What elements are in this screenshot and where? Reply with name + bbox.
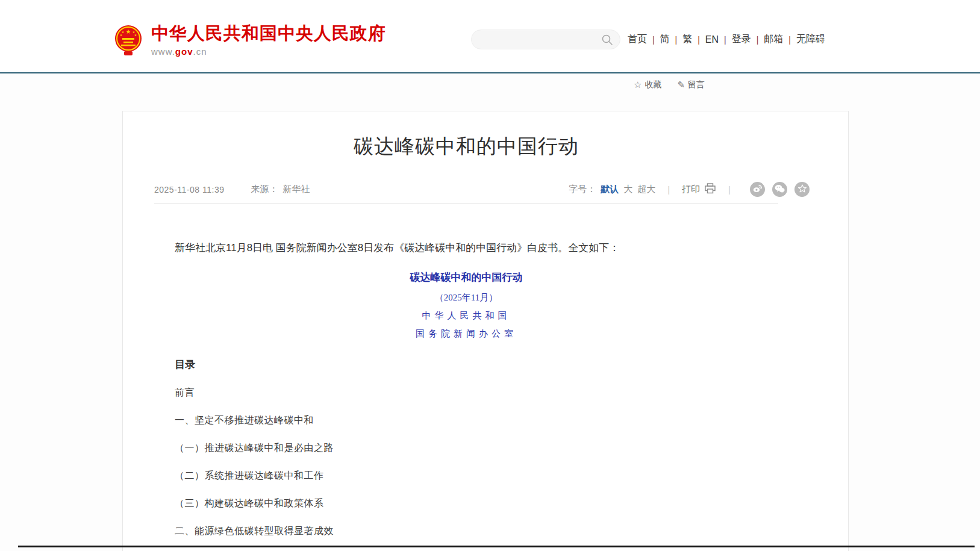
doc-title: 碳达峰碳中和的中国行动	[154, 270, 778, 284]
share-more-button[interactable]	[794, 182, 810, 197]
meta-left: 2025-11-08 11:39 来源： 新华社	[154, 184, 310, 195]
url-cn: .cn	[193, 46, 207, 57]
print-button[interactable]: 打印	[682, 183, 716, 196]
nav-english[interactable]: EN	[705, 34, 719, 45]
article-card: 碳达峰碳中和的中国行动 2025-11-08 11:39 来源： 新华社 字号：…	[122, 111, 849, 551]
share-wechat-button[interactable]	[772, 182, 787, 197]
font-size-xlarge[interactable]: 超大	[637, 184, 655, 195]
nav-accessibility[interactable]: 无障碍	[796, 33, 825, 46]
site-header: ★ ★ ★ ★ ★ 中华人民共和国中央人民政府 www.gov.cn	[0, 0, 980, 72]
source-value[interactable]: 新华社	[282, 184, 310, 195]
search-icon[interactable]	[601, 34, 613, 48]
site-title: 中华人民共和国中央人民政府	[151, 23, 386, 43]
svg-text:★: ★	[120, 33, 123, 37]
nav-separator: |	[698, 35, 700, 45]
separator: |	[728, 184, 731, 195]
url-gov: gov	[175, 46, 193, 57]
bottom-border	[18, 546, 975, 547]
svg-text:★: ★	[126, 28, 131, 35]
quick-links: ☆ 收藏 ✎ 留言	[634, 79, 705, 90]
toc-item: 二、能源绿色低碳转型取得显著成效	[154, 525, 778, 538]
nav-traditional[interactable]: 繁	[682, 33, 692, 46]
article-title: 碳达峰碳中和的中国行动	[154, 133, 778, 160]
site-url[interactable]: www.gov.cn	[151, 46, 386, 57]
nav-simplified[interactable]: 简	[660, 33, 670, 46]
star-share-icon	[797, 184, 807, 195]
share-weibo-button[interactable]	[750, 182, 765, 197]
nav-home[interactable]: 首页	[628, 33, 647, 46]
nav-separator: |	[724, 35, 726, 45]
toc-item: （二）系统推进碳达峰碳中和工作	[154, 470, 778, 482]
nav-separator: |	[788, 35, 791, 45]
nav-mail[interactable]: 邮箱	[764, 33, 783, 46]
favorite-label: 收藏	[644, 79, 661, 90]
meta-right: 字号： 默认 大 超大 | 打印 |	[569, 182, 810, 197]
doc-org-line1: 中华人民共和国	[154, 310, 778, 322]
toc-title: 目录	[154, 358, 778, 372]
toc-item: （三）构建碳达峰碳中和政策体系	[154, 497, 778, 510]
font-size-large[interactable]: 大	[623, 184, 632, 195]
nav-separator: |	[757, 35, 759, 45]
source-label: 来源：	[251, 184, 278, 195]
nav-separator: |	[675, 35, 678, 45]
toc-item: 前言	[154, 387, 778, 399]
brand-text: 中华人民共和国中央人民政府 www.gov.cn	[151, 23, 386, 57]
star-icon: ☆	[634, 79, 641, 90]
printer-icon	[704, 183, 716, 196]
search-input[interactable]	[480, 30, 601, 49]
message-label: 留言	[688, 79, 705, 90]
brand: ★ ★ ★ ★ ★ 中华人民共和国中央人民政府 www.gov.cn	[114, 23, 386, 60]
nav-login[interactable]: 登录	[732, 33, 751, 46]
weibo-icon	[752, 184, 763, 195]
national-emblem-icon: ★ ★ ★ ★ ★	[114, 23, 143, 60]
url-www: www.	[151, 46, 175, 57]
favorite-link[interactable]: ☆ 收藏	[634, 79, 661, 90]
svg-text:★: ★	[134, 33, 137, 37]
separator: |	[667, 184, 670, 195]
page: ★ ★ ★ ★ ★ 中华人民共和国中央人民政府 www.gov.cn	[0, 0, 980, 551]
doc-org-line2: 国务院新闻办公室	[154, 328, 778, 340]
font-size-label: 字号：	[569, 184, 596, 195]
meta-row: 2025-11-08 11:39 来源： 新华社 字号： 默认 大 超大 | 打…	[154, 182, 778, 204]
toc-item: 一、坚定不移推进碳达峰碳中和	[154, 414, 778, 427]
top-nav: 首页 | 简 | 繁 | EN | 登录 | 邮箱 | 无障碍	[628, 33, 825, 46]
doc-date: （2025年11月）	[154, 292, 778, 304]
print-label: 打印	[682, 184, 700, 195]
publish-date: 2025-11-08 11:39	[154, 185, 224, 195]
message-link[interactable]: ✎ 留言	[677, 79, 705, 90]
pencil-icon: ✎	[677, 79, 685, 90]
font-size-default[interactable]: 默认	[601, 184, 619, 195]
lead-paragraph: 新华社北京11月8日电 国务院新闻办公室8日发布《碳达峰碳中和的中国行动》白皮书…	[154, 240, 778, 256]
wechat-icon	[775, 184, 785, 195]
search-box	[471, 30, 620, 49]
nav-separator: |	[652, 35, 655, 45]
toc-item: （一）推进碳达峰碳中和是必由之路	[154, 442, 778, 455]
header-divider	[0, 72, 980, 73]
